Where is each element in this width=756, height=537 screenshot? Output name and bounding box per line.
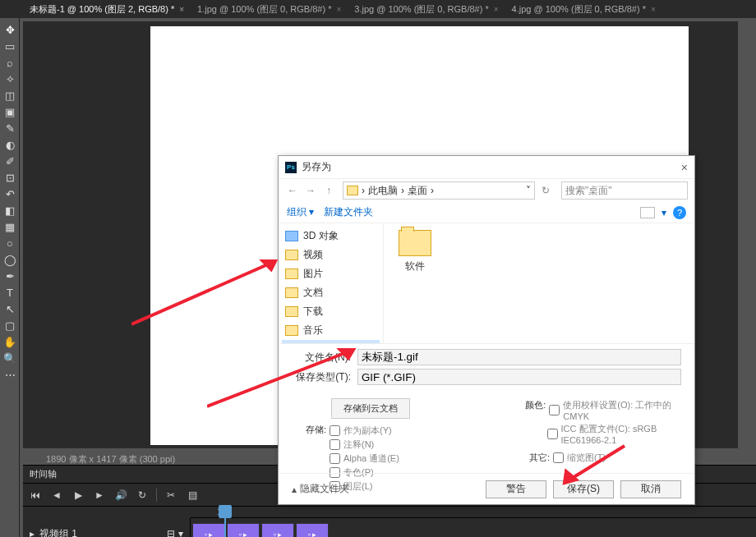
audio-icon[interactable]: 🔊 [113, 488, 128, 503]
help-icon[interactable]: ? [673, 206, 686, 219]
eyedropper-tool[interactable]: ✎ [0, 120, 20, 136]
save-button[interactable]: 保存(S) [553, 480, 614, 498]
filename-input[interactable] [357, 349, 681, 365]
cancel-button[interactable]: 取消 [620, 480, 681, 498]
tree-pictures[interactable]: 图片 [282, 264, 380, 283]
frame-tool[interactable]: ▣ [0, 103, 20, 120]
document-tabs: 未标题-1 @ 100% (图层 2, RGB/8) *× 1.jpg @ 10… [0, 0, 756, 18]
save-as-dialog: Ps 另存为 × ← → ↑ › 此电脑 › 桌面 › ˅ ↻ 搜索"桌面" 组… [278, 155, 695, 505]
file-list[interactable]: 软件 [384, 223, 694, 343]
gradient-tool[interactable]: ▦ [0, 218, 20, 235]
move-tool[interactable]: ✥ [0, 21, 20, 38]
folder-icon [399, 230, 431, 256]
track-frames[interactable]: ▫ ▸ ▫ ▸ ▫ ▸ ▫ ▸ [191, 518, 329, 537]
tab-label: 1.jpg @ 100% (图层 0, RGB/8#) * [197, 3, 331, 16]
blur-tool[interactable]: ○ [0, 235, 20, 251]
tree-music[interactable]: 音乐 [282, 321, 380, 340]
tree-documents[interactable]: 文档 [282, 283, 380, 302]
stamp-tool[interactable]: ⊡ [0, 169, 20, 186]
track-menu-icon[interactable]: ▾ [178, 528, 183, 537]
track-label[interactable]: ▸ 视频组 1 ⊟▾ [23, 518, 191, 537]
tab-untitled[interactable]: 未标题-1 @ 100% (图层 2, RGB/8) *× [23, 1, 191, 18]
lasso-tool[interactable]: ⌕ [0, 54, 20, 71]
transition-icon[interactable]: ▤ [185, 488, 200, 503]
icc-checkbox[interactable] [547, 423, 558, 445]
path-segment[interactable]: 桌面 [408, 184, 427, 198]
as-copy-checkbox[interactable] [330, 425, 340, 436]
close-icon[interactable]: × [336, 5, 341, 14]
close-icon[interactable]: × [651, 5, 656, 14]
tree-desktop[interactable]: 桌面 [282, 340, 380, 343]
frame-thumb[interactable]: ▫ ▸ [261, 523, 294, 537]
zoom-tool[interactable]: 🔍 [0, 350, 20, 366]
close-icon[interactable]: × [494, 5, 499, 14]
wand-tool[interactable]: ✧ [0, 71, 20, 87]
back-icon[interactable]: ← [285, 183, 300, 198]
path-tool[interactable]: ↖ [0, 301, 20, 317]
folder-icon [347, 186, 358, 195]
refresh-icon[interactable]: ↻ [538, 183, 553, 198]
warning-button[interactable]: 警告 [486, 480, 546, 498]
new-folder-button[interactable]: 新建文件夹 [324, 205, 373, 219]
checkbox-label: 缩览图(T) [567, 452, 606, 464]
dialog-title-text: 另存为 [302, 160, 331, 174]
brush-tool[interactable]: ✐ [0, 153, 20, 169]
tree-videos[interactable]: 视频 [282, 246, 380, 264]
filetype-select[interactable] [357, 369, 681, 385]
folder-item[interactable]: 软件 [395, 230, 435, 273]
close-icon[interactable]: × [681, 161, 688, 174]
search-input[interactable]: 搜索"桌面" [561, 181, 688, 200]
folder-icon [285, 306, 298, 317]
loop-icon[interactable]: ↻ [135, 488, 150, 503]
frame-thumb[interactable]: ▫ ▸ [227, 523, 260, 537]
cut-icon[interactable]: ✂ [164, 488, 178, 503]
checkbox-label: 作为副本(Y) [343, 425, 392, 437]
up-icon[interactable]: ↑ [321, 183, 336, 198]
close-icon[interactable]: × [179, 5, 184, 14]
ps-icon: Ps [285, 162, 297, 173]
proof-checkbox[interactable] [549, 399, 560, 421]
frame-thumb[interactable]: ▫ ▸ [296, 523, 329, 537]
pen-tool[interactable]: ✒ [0, 268, 20, 284]
save-to-cloud-button[interactable]: 存储到云文档 [331, 398, 410, 419]
tree-label: 视频 [303, 248, 323, 262]
shape-tool[interactable]: ▢ [0, 317, 20, 333]
view-options-icon[interactable] [640, 207, 655, 218]
crop-tool[interactable]: ◫ [0, 87, 20, 103]
type-tool[interactable]: T [0, 284, 20, 301]
tree-label: 图片 [303, 267, 323, 281]
history-brush-tool[interactable]: ↶ [0, 186, 20, 202]
healing-tool[interactable]: ◐ [0, 136, 20, 153]
hand-tool[interactable]: ✋ [0, 333, 20, 350]
path-bar[interactable]: › 此电脑 › 桌面 › ˅ [343, 181, 535, 200]
playhead[interactable] [219, 505, 232, 518]
frame-thumb[interactable]: ▫ ▸ [192, 523, 225, 537]
hide-folders-toggle[interactable]: ▴ 隐藏文件夹 [292, 482, 349, 496]
toolbox: ✥ ▭ ⌕ ✧ ◫ ▣ ✎ ◐ ✐ ⊡ ↶ ◧ ▦ ○ ◯ ✒ T ↖ ▢ ✋ … [0, 18, 20, 537]
track-opts-icon[interactable]: ⊟ [167, 528, 175, 537]
tab-4jpg[interactable]: 4.jpg @ 100% (图层 0, RGB/8#) *× [505, 1, 662, 18]
folder-name: 软件 [405, 259, 425, 273]
next-frame-icon[interactable]: ► [92, 488, 107, 503]
thumbnail-checkbox[interactable] [553, 452, 564, 464]
organize-menu[interactable]: 组织 ▾ [287, 205, 314, 219]
eraser-tool[interactable]: ◧ [0, 202, 20, 218]
marquee-tool[interactable]: ▭ [0, 38, 20, 54]
path-segment[interactable]: 此电脑 [368, 184, 398, 198]
dodge-tool[interactable]: ◯ [0, 251, 20, 268]
alpha-checkbox[interactable] [330, 453, 340, 464]
prev-frame-icon[interactable]: ◄ [49, 488, 64, 503]
tree-downloads[interactable]: 下载 [282, 302, 380, 321]
tab-1jpg[interactable]: 1.jpg @ 100% (图层 0, RGB/8#) *× [191, 1, 348, 18]
timeline-ruler[interactable]: 10f [191, 507, 756, 518]
checkbox-label: 使用校样设置(O): 工作中的 CMYK [563, 399, 681, 421]
annotations-checkbox[interactable] [330, 439, 340, 450]
forward-icon[interactable]: → [303, 183, 318, 198]
dialog-titlebar[interactable]: Ps 另存为 × [279, 156, 694, 179]
play-icon[interactable]: ▶ [71, 488, 85, 503]
folder-icon [285, 287, 298, 298]
tree-3d-objects[interactable]: 3D 对象 [282, 227, 380, 246]
goto-first-icon[interactable]: ⏮ [28, 488, 43, 503]
tab-3jpg[interactable]: 3.jpg @ 100% (图层 0, RGB/8#) *× [348, 1, 505, 18]
more-tools[interactable]: ⋯ [0, 366, 20, 383]
